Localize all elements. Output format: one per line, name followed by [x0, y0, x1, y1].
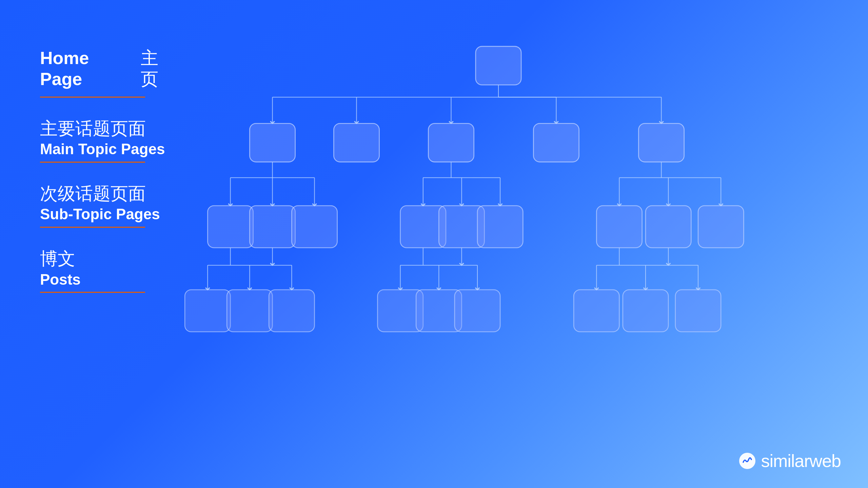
- posts-english-label: Posts: [40, 271, 169, 289]
- legend-posts: 博文 Posts: [40, 248, 169, 293]
- similarweb-brand-name: similarweb: [761, 451, 841, 471]
- subtopic-chinese-label: 次级话题页面: [40, 183, 169, 204]
- similarweb-logo: similarweb: [738, 451, 841, 471]
- home-page-english-label: Home Page: [40, 47, 117, 90]
- home-page-underline: [40, 97, 145, 98]
- legend-panel: Home Page 主页 主要话题页面 Main Topic Pages 次级话…: [40, 47, 169, 313]
- svg-rect-11: [334, 123, 379, 162]
- svg-rect-13: [533, 123, 579, 162]
- svg-rect-32: [292, 206, 337, 248]
- svg-rect-37: [646, 206, 691, 248]
- svg-rect-58: [227, 290, 272, 332]
- posts-chinese-label: 博文: [40, 248, 169, 269]
- main-topic-english-label: Main Topic Pages: [40, 140, 169, 158]
- legend-home-page: Home Page 主页: [40, 47, 169, 98]
- svg-rect-36: [596, 206, 642, 248]
- svg-rect-0: [476, 46, 521, 85]
- svg-rect-12: [428, 123, 474, 162]
- svg-rect-63: [574, 290, 619, 332]
- svg-rect-10: [250, 123, 295, 162]
- svg-rect-64: [623, 290, 668, 332]
- posts-underline: [40, 292, 145, 293]
- tree-diagram: [156, 27, 841, 447]
- main-topic-chinese-label: 主要话题页面: [40, 118, 169, 139]
- main-topic-underline: [40, 162, 145, 163]
- subtopic-underline: [40, 227, 145, 228]
- svg-rect-59: [269, 290, 314, 332]
- svg-rect-57: [185, 290, 230, 332]
- svg-rect-65: [675, 290, 721, 332]
- legend-subtopic: 次级话题页面 Sub-Topic Pages: [40, 183, 169, 228]
- svg-rect-38: [698, 206, 744, 248]
- svg-rect-30: [208, 206, 253, 248]
- svg-rect-14: [638, 123, 684, 162]
- subtopic-english-label: Sub-Topic Pages: [40, 205, 169, 223]
- svg-rect-35: [477, 206, 523, 248]
- tree-svg: [156, 27, 841, 447]
- slide-container: Home Page 主页 主要话题页面 Main Topic Pages 次级话…: [0, 0, 868, 488]
- similarweb-logo-icon: [738, 452, 756, 470]
- legend-main-topic: 主要话题页面 Main Topic Pages: [40, 118, 169, 163]
- svg-rect-62: [455, 290, 500, 332]
- svg-rect-31: [250, 206, 295, 248]
